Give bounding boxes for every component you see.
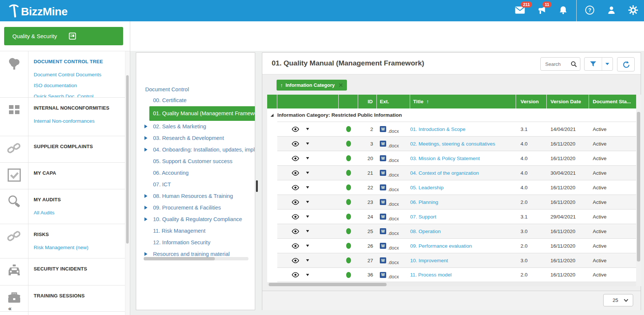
tree-node[interactable]: 06. Accounting (136, 167, 255, 179)
column-header-document-sta-[interactable]: Document Sta... (589, 95, 637, 108)
row-menu-icon[interactable] (306, 230, 309, 232)
row-menu-icon[interactable] (306, 186, 309, 189)
sidebar-item-internal-non-conformances[interactable]: Internal Non-conformances (34, 116, 126, 126)
document-title-link[interactable]: 06. Planning (410, 199, 438, 205)
tree-hscrollbar-thumb[interactable] (144, 257, 215, 260)
document-title-link[interactable]: 02. Meetings, steering & consultatives (410, 141, 495, 147)
sidebar-collapse-button[interactable]: « (8, 305, 12, 312)
row-menu-icon[interactable] (306, 274, 309, 276)
row-menu-icon[interactable] (306, 128, 309, 130)
tree-node[interactable]: 02. Sales & Marketing (136, 121, 255, 132)
sidebar-scrollbar-thumb[interactable] (126, 75, 129, 244)
tree-node[interactable]: 05. Support & Customer success (136, 156, 255, 167)
filter-dropdown-button[interactable] (602, 58, 613, 70)
chip-close-icon[interactable]: ✕ (338, 82, 343, 89)
group-collapse-icon[interactable] (271, 114, 274, 117)
tree-node[interactable]: 00. Certificate (136, 95, 255, 106)
expand-arrow-icon[interactable] (144, 252, 147, 256)
row-menu-icon[interactable] (306, 172, 309, 174)
document-title-link[interactable]: 11. Process model (410, 272, 452, 278)
column-header-blank-1[interactable] (277, 95, 339, 108)
document-title-link[interactable]: 08. Operation (410, 229, 441, 234)
tree-node[interactable]: 11. Risk Management (136, 225, 255, 237)
view-document-icon[interactable] (292, 214, 299, 220)
help-button[interactable]: ? (579, 0, 601, 21)
document-title-link[interactable]: 09. Performance evaluation (410, 243, 472, 249)
sidebar-item-risk-management-new-[interactable]: Risk Management (new) (34, 242, 126, 253)
sidebar-heading[interactable]: SUPPLIER COMPLAINTS (34, 143, 126, 150)
sidebar-heading[interactable]: MY CAPA (34, 169, 126, 177)
document-title-link[interactable]: 04. Context of the organization (410, 170, 479, 176)
expand-arrow-icon[interactable] (144, 194, 147, 198)
row-menu-icon[interactable] (306, 143, 309, 145)
view-document-icon[interactable] (292, 185, 299, 190)
tree-node-selected[interactable]: 01. Quality Manual (Management Framework… (149, 106, 255, 121)
settings-button[interactable] (622, 0, 644, 21)
sidebar-heading[interactable]: INTERNAL NONCONFORMITIES (34, 104, 126, 112)
sidebar-item-iso-documentation[interactable]: ISO documentation (34, 80, 126, 91)
document-title-link[interactable]: 05. Leadership (410, 185, 443, 190)
document-title-link[interactable]: 03. Mission & Policy Statement (410, 156, 480, 161)
tree-node[interactable]: 03. Research & Development (136, 132, 255, 144)
search-input[interactable] (544, 61, 570, 67)
brand-logo[interactable]: BizzMine (8, 3, 67, 20)
tree-node[interactable]: 09. Procurement & Facilities (136, 202, 255, 214)
tree-root-node[interactable]: Document Control (136, 84, 255, 95)
filter-button[interactable] (585, 58, 602, 70)
view-document-icon[interactable] (292, 199, 299, 205)
tree-node[interactable]: 04. Onboarding: Installation, updates, i… (136, 144, 255, 156)
column-header-id[interactable]: ID (358, 95, 377, 108)
sidebar-item-quick-search-doc-control[interactable]: Quick Search Doc. Control (34, 91, 126, 97)
row-menu-icon[interactable] (306, 245, 309, 247)
sidebar-item-document-control-documents[interactable]: Document Control Documents (34, 69, 126, 80)
user-button[interactable] (601, 0, 622, 21)
sidebar-heading[interactable]: DOCUMENT CONTROL TREE (34, 58, 126, 65)
tree-node[interactable]: 08. Human Resources & Training (136, 190, 255, 202)
refresh-button[interactable] (617, 57, 635, 71)
view-document-icon[interactable] (292, 170, 299, 176)
table-vscrollbar-thumb[interactable] (637, 112, 640, 262)
document-title-link[interactable]: 01. Introduction & Scope (410, 126, 466, 132)
expand-arrow-icon[interactable] (144, 136, 147, 140)
view-document-icon[interactable] (292, 258, 299, 263)
column-header-blank-2[interactable] (339, 95, 358, 108)
bell-button[interactable] (552, 0, 574, 21)
search-icon[interactable] (571, 61, 577, 67)
column-header-title[interactable]: Title↑ (410, 95, 516, 108)
row-menu-icon[interactable] (306, 157, 309, 159)
grouping-chip[interactable]: ↑ Information Category ✕ (277, 80, 347, 91)
sidebar-heading[interactable]: SECURITY INCIDENTS (34, 265, 126, 273)
view-document-icon[interactable] (292, 126, 299, 132)
panel-splitter-grip[interactable] (256, 180, 258, 192)
table-hscrollbar-thumb[interactable] (269, 283, 387, 286)
column-header-version-date[interactable]: Version Date (547, 95, 589, 108)
view-document-icon[interactable] (292, 243, 299, 249)
tree-node[interactable]: 10. Quality & Regulatory Compliance (136, 214, 255, 225)
column-header-ext-[interactable]: Ext. (377, 95, 410, 108)
tree-node[interactable]: 07. ICT (136, 179, 255, 190)
column-header-blank-0[interactable] (267, 95, 277, 108)
view-document-icon[interactable] (292, 156, 299, 161)
megaphone-button[interactable]: 11 (531, 0, 552, 21)
page-size-select[interactable]: 25 (603, 294, 633, 306)
sidebar-heading[interactable]: TRAINING SESSIONS (34, 292, 126, 300)
view-document-icon[interactable] (292, 229, 299, 234)
tree-node[interactable]: 01. Quality Manual (Management Framework… (136, 106, 255, 121)
sidebar-item-all-audits[interactable]: All Audits (34, 207, 126, 218)
expand-arrow-icon[interactable] (144, 206, 147, 210)
document-title-link[interactable]: 07. Support (410, 214, 436, 220)
document-title-link[interactable]: 10. Improvement (410, 258, 448, 263)
row-menu-icon[interactable] (306, 215, 309, 218)
view-document-icon[interactable] (292, 141, 299, 147)
tree-node[interactable]: 12. Information Security (136, 237, 255, 248)
row-menu-icon[interactable] (306, 201, 309, 203)
column-header-version[interactable]: Version (516, 95, 547, 108)
expand-arrow-icon[interactable] (144, 125, 147, 128)
row-menu-icon[interactable] (306, 259, 309, 262)
mail-button[interactable]: 211 (509, 0, 531, 21)
expand-arrow-icon[interactable] (144, 217, 147, 221)
view-document-icon[interactable] (292, 272, 299, 278)
sidebar-heading[interactable]: MY AUDITS (34, 196, 126, 204)
expand-arrow-icon[interactable] (144, 148, 147, 152)
sidebar-heading[interactable]: RISKS (34, 231, 126, 238)
